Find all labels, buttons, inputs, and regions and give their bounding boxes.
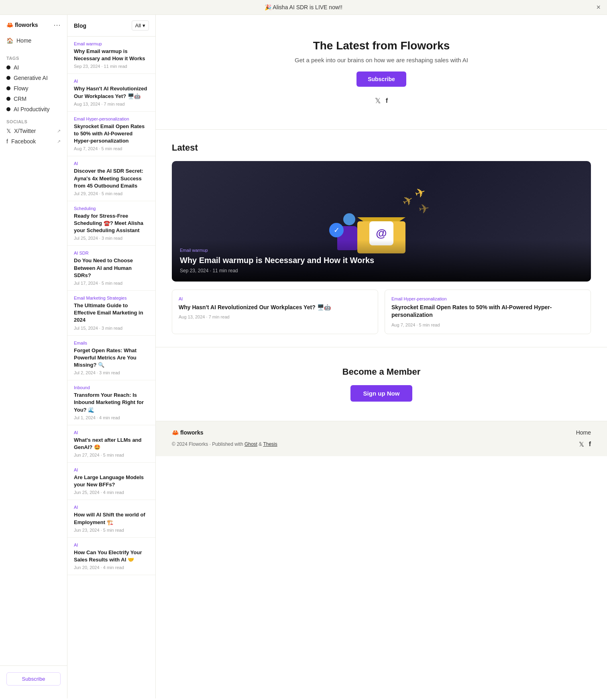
blog-post-title: Transform Your Reach: Is Inbound Marketi… [74, 392, 149, 414]
footer-home-link[interactable]: Home [576, 429, 591, 436]
blog-list-item[interactable]: Scheduling Ready for Stress-Free Schedul… [67, 201, 155, 246]
tag-dot-flowy [6, 86, 10, 90]
sub-post-read-1: 7 min read [209, 314, 230, 319]
sidebar-item-facebook[interactable]: f Facebook ↗ [6, 136, 61, 147]
sidebar-item-generative-ai[interactable]: Generative AI [6, 73, 61, 83]
blog-list-item[interactable]: Inbound Transform Your Reach: Is Inbound… [67, 380, 155, 425]
sub-post-tag-2: Email Hyper-personalization [391, 296, 584, 301]
sidebar-nav: 🏠 Home [0, 35, 67, 51]
member-section-title: Become a Member [172, 367, 591, 377]
sidebar-item-crm[interactable]: CRM [6, 94, 61, 104]
blog-post-tag: Email Hyper-personalization [74, 116, 149, 121]
sidebar: 🦀 floworks ⋯ 🏠 Home Tags AI Generative A… [0, 15, 67, 698]
sub-post-card-2[interactable]: Email Hyper-personalization Skyrocket Em… [385, 290, 591, 334]
blog-post-title: Why Hasn't AI Revolutionized Our Workpla… [74, 85, 149, 100]
blog-post-tag: Emails [74, 341, 149, 345]
blog-list-item[interactable]: AI Why Hasn't AI Revolutionized Our Work… [67, 74, 155, 111]
blog-list-item[interactable]: AI How Can You Electrify Your Sales Resu… [67, 538, 155, 575]
sidebar-item-home[interactable]: 🏠 Home [6, 35, 61, 46]
sidebar-header: 🦀 floworks ⋯ [0, 21, 67, 35]
tag-flowy-label: Flowy [14, 85, 29, 92]
tag-dot-crm [6, 97, 10, 101]
sidebar-more-button[interactable]: ⋯ [53, 21, 61, 29]
blog-post-meta: Jun 27, 2024 · 5 min read [74, 453, 149, 457]
sidebar-tag-list: AI Generative AI Flowy CRM AI Productivi… [0, 62, 67, 114]
member-signup-button[interactable]: Sign up Now [350, 385, 413, 402]
sidebar-socials-label: Socials [0, 114, 67, 126]
blog-list-item[interactable]: Email warmup Why Email warmup is Necessa… [67, 37, 155, 74]
hero-subscribe-button[interactable]: Subscribe [356, 71, 406, 87]
sidebar-item-flowy[interactable]: Flowy [6, 83, 61, 94]
sub-post-title-2: Skyrocket Email Open Rates to 50% with A… [391, 304, 584, 319]
external-link-icon: ↗ [57, 129, 61, 134]
blog-post-tag: Email Marketing Strategies [74, 296, 149, 300]
blog-post-meta: Jul 2, 2024 · 3 min read [74, 370, 149, 375]
sub-post-card-1[interactable]: AI Why Hasn't AI Revolutionized Our Work… [172, 290, 378, 334]
banner-text: 🎉 Alisha AI SDR is LIVE now!! [265, 4, 342, 10]
blog-post-tag: AI [74, 430, 149, 435]
hero-facebook-icon[interactable]: f [386, 97, 388, 104]
hero-subtitle: Get a peek into our brains on how we are… [295, 57, 468, 63]
footer-facebook-icon[interactable]: f [589, 441, 591, 448]
hero-socials: 𝕏 f [295, 96, 468, 105]
sidebar-subscribe-area: Subscribe [0, 665, 67, 692]
sub-post-tag-1: AI [179, 296, 371, 301]
sidebar-logo: 🦀 floworks [6, 22, 38, 28]
sidebar-item-ai-productivity[interactable]: AI Productivity [6, 104, 61, 114]
member-section: Become a Member Sign up Now [156, 347, 607, 421]
blog-panel: Blog All ▾ Email warmup Why Email warmup… [67, 15, 156, 698]
blog-post-meta: Jul 17, 2024 · 5 min read [74, 281, 149, 286]
external-link-icon-fb: ↗ [57, 139, 61, 144]
tag-generative-ai-label: Generative AI [14, 75, 48, 81]
blog-post-title: Ready for Stress-Free Scheduling ☎️? Mee… [74, 212, 149, 235]
footer-twitter-icon[interactable]: 𝕏 [579, 441, 584, 448]
filter-value: All [135, 22, 141, 29]
sidebar-subscribe-button[interactable]: Subscribe [6, 672, 61, 686]
hero-twitter-icon[interactable]: 𝕏 [375, 96, 381, 105]
blog-post-tag: AI SDR [74, 251, 149, 255]
twitter-label: X/Twitter [14, 128, 36, 134]
check-circle-icon: ✓ [329, 223, 344, 237]
blog-post-tag: AI [74, 543, 149, 547]
facebook-icon: f [6, 138, 8, 145]
footer-logo: 🦀 floworks [172, 429, 203, 436]
tag-dot-ai-productivity [6, 107, 10, 111]
featured-post-overlay: Email warmup Why Email warmup is Necessa… [172, 240, 591, 282]
hero-inner: The Latest from Floworks Get a peek into… [295, 39, 468, 105]
sidebar-item-ai[interactable]: AI [6, 62, 61, 73]
main-content: The Latest from Floworks Get a peek into… [156, 15, 607, 698]
featured-post-title: Why Email warmup is Necessary and How it… [180, 255, 583, 265]
blog-post-meta: Jul 29, 2024 · 5 min read [74, 191, 149, 196]
blog-post-title: What's next after LLMs and GenAI? 🤩 [74, 437, 149, 451]
blog-list-item[interactable]: Email Hyper-personalization Skyrocket Em… [67, 112, 155, 157]
latest-section: Latest ✈ ✈ ✈ ✓ [156, 130, 607, 347]
x-twitter-icon: 𝕏 [6, 128, 11, 134]
blog-list-item[interactable]: AI SDR Do You Need to Choose Between AI … [67, 246, 155, 291]
blog-list-item[interactable]: AI How will AI Shift the world of Employ… [67, 500, 155, 537]
blog-post-tag: Scheduling [74, 206, 149, 211]
footer-amp: & [259, 441, 263, 447]
hero-section: The Latest from Floworks Get a peek into… [156, 15, 607, 130]
tag-crm-label: CRM [14, 96, 26, 102]
filter-dropdown[interactable]: All ▾ [132, 20, 149, 31]
tag-ai-label: AI [14, 64, 19, 71]
blog-list-item[interactable]: AI Are Large Language Models your New BF… [67, 463, 155, 500]
blog-post-tag: Email warmup [74, 41, 149, 46]
footer-socials: 𝕏 f [579, 441, 591, 448]
blog-list-item[interactable]: AI Discover the AI SDR Secret: Ayna's 4x… [67, 156, 155, 201]
blog-post-title: Forget Open Rates: What Powerful Metrics… [74, 347, 149, 369]
blog-list-item[interactable]: Email Marketing Strategies The Ultimate … [67, 291, 155, 336]
tag-dot-ai [6, 65, 10, 69]
featured-post-card[interactable]: ✈ ✈ ✈ ✓ @ [172, 161, 591, 282]
blog-list-item[interactable]: AI What's next after LLMs and GenAI? 🤩 J… [67, 425, 155, 463]
banner-close-button[interactable]: × [596, 4, 601, 11]
blog-post-meta: Jun 25, 2024 · 4 min read [74, 490, 149, 495]
blog-post-tag: AI [74, 161, 149, 166]
sub-post-meta-2: Aug 7, 2024 · 5 min read [391, 322, 584, 327]
chevron-down-icon: ▾ [143, 22, 145, 29]
blog-list-item[interactable]: Emails Forget Open Rates: What Powerful … [67, 336, 155, 381]
sidebar-item-twitter[interactable]: 𝕏 X/Twitter ↗ [6, 126, 61, 136]
footer-ghost-link[interactable]: Ghost [244, 441, 257, 447]
tag-ai-productivity-label: AI Productivity [14, 106, 49, 112]
footer-thesis-link[interactable]: Thesis [263, 441, 277, 447]
